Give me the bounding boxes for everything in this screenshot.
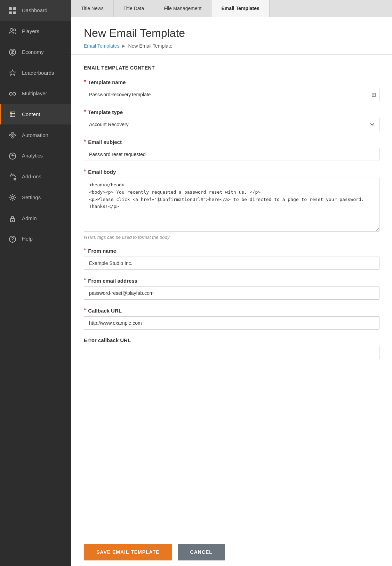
- svg-rect-3: [13, 11, 16, 14]
- form-area: EMAIL TEMPLATE CONTENT * Template name ⊞…: [71, 55, 392, 566]
- sidebar-item-multiplayer[interactable]: Multiplayer: [0, 83, 71, 104]
- analytics-icon: [8, 152, 17, 160]
- sidebar-label-settings: Settings: [22, 194, 41, 200]
- error-callback-label: Error callback URL: [84, 337, 379, 343]
- main-content: Title News Title Data File Management Em…: [71, 0, 392, 566]
- sidebar-label-economy: Economy: [22, 49, 44, 55]
- tab-file-management[interactable]: File Management: [154, 0, 211, 17]
- email-subject-label: * Email subject: [84, 139, 379, 145]
- sidebar-item-settings[interactable]: Settings: [0, 187, 71, 208]
- section-title: EMAIL TEMPLATE CONTENT: [84, 65, 379, 71]
- sidebar-label-automation: Automation: [22, 132, 48, 138]
- from-email-group: * From email address: [84, 277, 379, 300]
- svg-rect-0: [9, 7, 12, 10]
- admin-icon: [8, 214, 17, 222]
- email-body-label: * Email body: [84, 169, 379, 175]
- required-star-subject: *: [84, 139, 86, 145]
- page-header: New Email Template Email Templates ▶ New…: [71, 17, 392, 55]
- svg-rect-2: [9, 11, 12, 14]
- sidebar-item-players[interactable]: Players: [0, 21, 71, 42]
- email-body-group: * Email body <head></head> <body><p> You…: [84, 169, 379, 240]
- tab-title-news[interactable]: Title News: [71, 0, 114, 17]
- callback-url-label: * Callback URL: [84, 307, 379, 314]
- email-body-textarea[interactable]: <head></head> <body><p> You recently req…: [84, 178, 379, 232]
- svg-point-11: [12, 132, 14, 134]
- footer-bar: SAVE EMAIL TEMPLATE CANCEL: [71, 538, 392, 566]
- save-button[interactable]: SAVE EMAIL TEMPLATE: [84, 544, 172, 560]
- sidebar-label-content: Content: [22, 111, 40, 117]
- tab-email-templates[interactable]: Email Templates: [211, 0, 269, 17]
- svg-point-7: [9, 92, 12, 95]
- svg-point-12: [14, 135, 16, 136]
- sidebar-item-analytics[interactable]: Analytics: [0, 145, 71, 166]
- svg-rect-1: [13, 7, 16, 10]
- sidebar-item-dashboard[interactable]: Dashboard: [0, 0, 71, 21]
- breadcrumb: Email Templates ▶ New Email Template: [84, 43, 379, 49]
- help-icon: [8, 235, 17, 243]
- breadcrumb-link[interactable]: Email Templates: [84, 43, 119, 49]
- sidebar-item-addons[interactable]: Add-ons: [0, 166, 71, 187]
- from-email-label: * From email address: [84, 277, 379, 284]
- template-type-label: * Template type: [84, 109, 379, 115]
- svg-point-9: [10, 112, 11, 113]
- addons-icon: [8, 172, 17, 181]
- svg-point-18: [12, 220, 13, 221]
- required-star-from-name: *: [84, 248, 86, 254]
- from-email-input[interactable]: [84, 286, 379, 300]
- callback-url-group: * Callback URL: [84, 307, 379, 330]
- required-star-body: *: [84, 169, 86, 175]
- settings-icon: [8, 193, 17, 201]
- top-tabs: Title News Title Data File Management Em…: [71, 0, 392, 17]
- template-type-group: * Template type Account Recovery Custom: [84, 109, 379, 131]
- sidebar-item-admin[interactable]: Admin: [0, 208, 71, 228]
- sidebar-label-dashboard: Dashboard: [22, 7, 47, 13]
- email-subject-input[interactable]: [84, 148, 379, 161]
- sidebar-label-addons: Add-ons: [22, 173, 41, 179]
- email-body-hint: HTML tags can be used to format the body: [84, 235, 379, 240]
- svg-point-8: [13, 92, 16, 95]
- template-name-wrapper: ⊞: [84, 88, 379, 101]
- svg-point-5: [14, 29, 16, 31]
- svg-point-10: [10, 135, 11, 136]
- required-star-type: *: [84, 109, 86, 115]
- page-title: New Email Template: [84, 27, 379, 40]
- template-name-input[interactable]: [84, 88, 379, 101]
- sidebar-label-players: Players: [22, 28, 39, 34]
- error-callback-group: Error callback URL: [84, 337, 379, 359]
- from-name-group: * From name: [84, 248, 379, 270]
- template-name-group: * Template name ⊞: [84, 79, 379, 101]
- svg-point-16: [11, 196, 14, 199]
- template-name-icon: ⊞: [371, 91, 376, 98]
- email-subject-group: * Email subject: [84, 139, 379, 161]
- content-icon: [8, 110, 17, 119]
- required-star-from-email: *: [84, 277, 86, 284]
- breadcrumb-current: New Email Template: [128, 43, 172, 49]
- tab-title-data[interactable]: Title Data: [114, 0, 154, 17]
- template-type-select[interactable]: Account Recovery Custom: [84, 118, 379, 131]
- economy-icon: [8, 48, 17, 56]
- from-name-input[interactable]: [84, 257, 379, 270]
- sidebar-label-help: Help: [22, 236, 33, 242]
- sidebar-item-economy[interactable]: Economy: [0, 41, 71, 62]
- svg-point-13: [12, 137, 14, 138]
- sidebar-item-help[interactable]: Help: [0, 228, 71, 249]
- required-star-callback: *: [84, 307, 86, 314]
- breadcrumb-separator: ▶: [122, 43, 125, 48]
- sidebar-label-analytics: Analytics: [22, 153, 43, 159]
- callback-url-input[interactable]: [84, 316, 379, 330]
- sidebar-item-content[interactable]: Content: [0, 104, 71, 125]
- sidebar-label-admin: Admin: [22, 215, 37, 221]
- sidebar: Dashboard Players Economy Leader: [0, 0, 71, 566]
- sidebar-label-leaderboards: Leaderboards: [22, 70, 54, 76]
- svg-point-20: [12, 241, 13, 241]
- svg-point-4: [10, 29, 13, 31]
- template-name-label: * Template name: [84, 79, 379, 85]
- error-callback-input[interactable]: [84, 346, 379, 359]
- sidebar-item-leaderboards[interactable]: Leaderboards: [0, 62, 71, 83]
- sidebar-item-automation[interactable]: Automation: [0, 124, 71, 145]
- from-name-label: * From name: [84, 248, 379, 254]
- players-icon: [8, 27, 17, 35]
- automation-icon: [8, 131, 17, 139]
- cancel-button[interactable]: CANCEL: [178, 544, 225, 560]
- grid-icon: [8, 6, 17, 15]
